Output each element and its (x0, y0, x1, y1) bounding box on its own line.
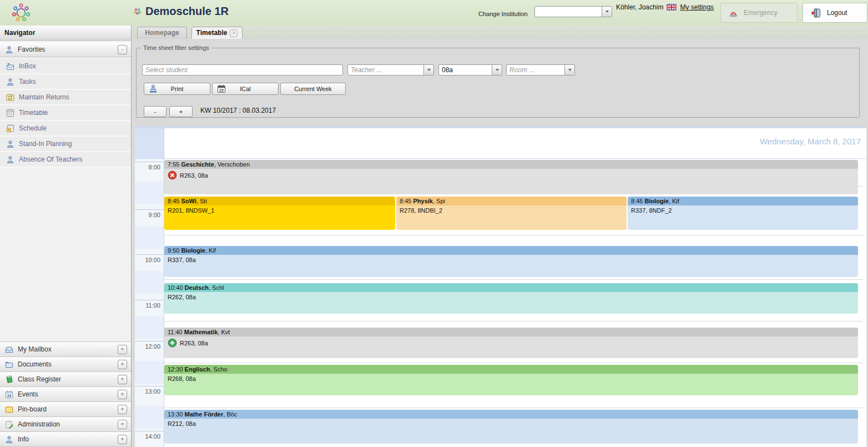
expand-info-button[interactable]: + (118, 435, 127, 444)
timetable-event-mathe-f-rder[interactable]: 13:30 Mathe Förder, Böc R212, 08a (164, 410, 858, 444)
current-week-button[interactable]: Current Week (280, 83, 346, 95)
sidebar-item-inbox[interactable]: InBox (0, 59, 131, 74)
sidebar-item-stand-in-planning[interactable]: Stand-In Planning (0, 137, 131, 152)
time-label: 8:00 (135, 164, 160, 170)
hour-line (135, 162, 164, 162)
navigator-title: Navigator (0, 26, 131, 41)
filter-legend: Time sheet filter settings (141, 44, 211, 51)
sidebar-group-documents[interactable]: Documents + (0, 357, 131, 372)
event-header: 11:40 Mathematik, Kvt (164, 328, 858, 336)
time-label: 14:00 (135, 433, 160, 440)
mailbox-icon (4, 345, 13, 354)
person-icon (4, 45, 13, 54)
event-header: 10:40 Deutsch, Schl (164, 283, 858, 292)
timetable-event-biologie[interactable]: 8:45 Biologie, Kif R337, 8NDF_2 (628, 197, 858, 230)
ical-button[interactable]: 23 ICal (212, 83, 279, 95)
time-label: 10:00 (135, 257, 160, 263)
logout-button[interactable]: Logout (803, 3, 867, 23)
change-institution-select[interactable] (534, 6, 612, 17)
teacher-select[interactable]: Teacher ... (347, 64, 434, 76)
main-area: Homepage Timetable × Time sheet filter s… (132, 26, 868, 447)
expand-class-register-button[interactable]: + (118, 375, 127, 384)
sidebar-item-tasks[interactable]: Tasks (0, 74, 131, 90)
timetable-event-physik[interactable]: 8:45 Physik, Spi R278, 8NDBI_2 (396, 197, 627, 230)
expand-documents-button[interactable]: + (118, 360, 127, 369)
period-separator (164, 408, 863, 408)
period-separator (164, 321, 863, 322)
administration-icon (4, 420, 13, 429)
tab-homepage[interactable]: Homepage (137, 27, 187, 39)
expand-administration-button[interactable]: + (118, 420, 127, 429)
event-detail: R263, 08a (164, 336, 858, 348)
timetable-panel: Wednesday, March 8, 2017 8:009:0010:0011… (135, 127, 866, 447)
period-separator (164, 235, 863, 235)
class-select[interactable]: 08a (438, 64, 502, 76)
sidebar-group-events[interactable]: 24 Events + (0, 387, 131, 402)
chevron-down-icon[interactable] (492, 65, 502, 75)
added-icon[interactable] (168, 338, 177, 348)
person-icon (6, 139, 14, 148)
timetable-event-mathematik[interactable]: 11:40 Mathematik, Kvt R263, 08a (164, 328, 858, 358)
siren-icon (729, 8, 738, 18)
event-detail: R201, 8NDSW_1 (164, 205, 395, 214)
cancelled-icon[interactable] (168, 170, 177, 180)
event-header: 7:55 Geschichte, Verschoben (164, 160, 858, 169)
timetable-event-deutsch[interactable]: 10:40 Deutsch, Schl R262, 08a (164, 283, 858, 314)
change-institution-label: Change Institution (478, 11, 528, 17)
sidebar-item-schedule[interactable]: Schedule (0, 121, 131, 137)
event-detail: R268, 08a (164, 374, 858, 382)
chevron-down-icon[interactable] (423, 65, 433, 75)
svg-text:24: 24 (7, 394, 11, 398)
event-header: 8:45 Physik, Spi (396, 197, 627, 205)
student-search-input[interactable] (142, 64, 343, 76)
sidebar-item-timetable[interactable]: Timetable (0, 106, 131, 121)
event-detail: R278, 8NDBI_2 (396, 205, 627, 214)
sidebar-group-administration[interactable]: Administration + (0, 417, 131, 432)
user-name: Köhler, Joachim (616, 3, 663, 11)
time-label: 12:00 (135, 343, 160, 350)
event-detail: R212, 08a (164, 419, 858, 427)
time-label: 13:00 (135, 388, 160, 395)
event-detail: R337, 8NDF_2 (628, 205, 858, 214)
page-title: Demoschule 1R (133, 5, 229, 18)
app-header: Demoschule 1R Change Institution Köhler,… (0, 0, 868, 26)
sidebar-group-pin-board[interactable]: Pin-board + (0, 402, 131, 417)
sidebar-group-favorites[interactable]: Favorites - (0, 42, 131, 57)
expand-events-button[interactable]: + (118, 390, 127, 399)
time-axis: 8:009:0010:0011:0012:0013:0014:00 (135, 159, 164, 447)
sidebar-group-class-register[interactable]: Class Register + (0, 372, 131, 387)
emergency-button[interactable]: Emergency (720, 3, 798, 23)
hour-line (135, 431, 164, 431)
expand-my-mailbox-button[interactable]: + (118, 345, 127, 354)
event-header: 8:45 SoWi, Sti (164, 197, 395, 205)
collapse-favorites-button[interactable]: - (118, 45, 127, 54)
previous-week-button[interactable]: - (144, 106, 166, 117)
timetable-event-biologie[interactable]: 9:50 Biologie, Kif R337, 08a (164, 246, 858, 277)
room-select[interactable]: Room ... (506, 64, 575, 76)
timetable-event-sowi[interactable]: 8:45 SoWi, Sti R201, 8NDSW_1 (164, 197, 395, 230)
chevron-down-icon[interactable] (564, 65, 574, 75)
sidebar-group-my-mailbox[interactable]: My Mailbox + (0, 342, 131, 357)
content-area: Time sheet filter settings Teacher ... 0… (132, 39, 868, 447)
close-tab-icon[interactable]: × (230, 29, 238, 37)
timetable-event-geschichte[interactable]: 7:55 Geschichte, Verschoben R263, 08a (164, 160, 858, 194)
timesheet-filter-panel: Time sheet filter settings Teacher ... 0… (136, 44, 860, 118)
event-detail: R263, 08a (164, 169, 858, 180)
schedule-icon (6, 124, 14, 133)
expand-pin-board-button[interactable]: + (118, 405, 127, 414)
timetable-event-englisch[interactable]: 12:30 Englisch, Scho R268, 08a (164, 365, 858, 395)
sidebar-item-absence-of-teachers[interactable]: Absence Of Teachers (0, 152, 131, 168)
next-week-button[interactable]: + (169, 106, 193, 117)
event-header: 9:50 Biologie, Kif (164, 246, 858, 255)
sidebar-item-maintain-returns[interactable]: Maintain Returns (0, 90, 131, 106)
print-button[interactable]: Print (144, 83, 210, 95)
sidebar-group-info[interactable]: Info + (0, 432, 131, 447)
tab-timetable[interactable]: Timetable × (191, 27, 243, 39)
day-header: Wednesday, March 8, 2017 (760, 137, 861, 146)
event-header: 12:30 Englisch, Scho (164, 365, 858, 374)
chevron-down-icon[interactable] (602, 7, 612, 17)
uk-flag-icon (667, 4, 677, 11)
person-icon (4, 435, 13, 444)
hour-line (135, 341, 164, 341)
my-settings-link[interactable]: My settings (680, 3, 714, 11)
